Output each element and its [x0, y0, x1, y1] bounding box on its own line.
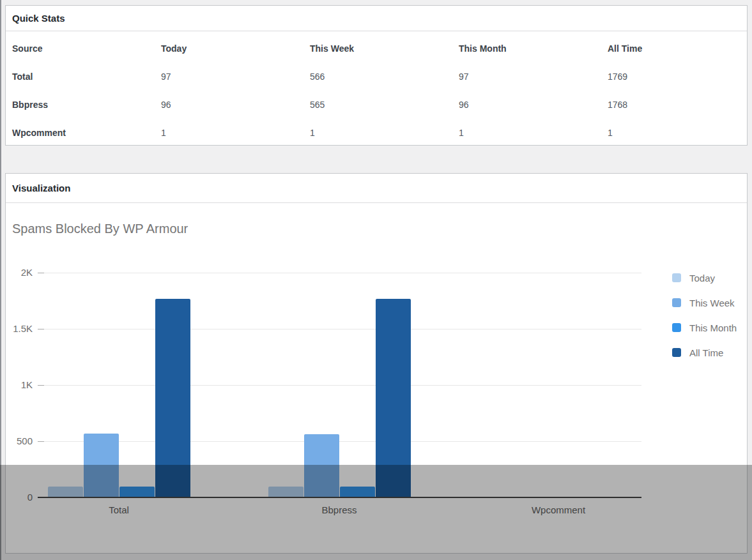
column-header: All Time	[608, 43, 747, 54]
legend-swatch-icon	[672, 348, 681, 357]
table-header-row: SourceTodayThis WeekThis MonthAll Time	[12, 34, 747, 63]
stat-value: 96	[161, 100, 310, 110]
wp-armour-stats-page: Quick Stats SourceTodayThis WeekThis Mon…	[0, 0, 752, 560]
legend-item-all-time[interactable]: All Time	[672, 347, 723, 358]
y-axis-tick-label: 2K	[6, 267, 33, 278]
loading-overlay	[0, 465, 752, 560]
axis-tick	[38, 273, 44, 273]
legend-swatch-icon	[672, 323, 681, 332]
column-header: This Week	[310, 43, 459, 54]
y-axis-tick-label: 1K	[6, 379, 33, 391]
legend-label: All Time	[689, 347, 723, 358]
row-label: Bbpress	[12, 100, 161, 110]
y-axis-tick-label: 500	[6, 435, 33, 447]
gridline	[38, 441, 641, 442]
legend-item-this-month[interactable]: This Month	[672, 322, 737, 333]
visualization-panel-title: Visualization	[6, 174, 747, 203]
table-row: Wpcomment1111	[12, 119, 747, 147]
legend-item-this-week[interactable]: This Week	[672, 297, 735, 308]
column-header: This Month	[459, 43, 608, 54]
y-axis-tick-label: 1.5K	[6, 323, 33, 335]
table-row: Total97566971769	[12, 63, 747, 91]
column-header: Source	[12, 43, 161, 54]
legend-swatch-icon	[672, 273, 681, 282]
gridline	[38, 273, 641, 273]
axis-tick	[38, 385, 44, 386]
stat-value: 1	[459, 128, 608, 138]
stat-value: 97	[161, 72, 310, 82]
legend-item-today[interactable]: Today	[672, 272, 715, 284]
legend-label: This Month	[689, 322, 737, 333]
stat-value: 96	[459, 100, 608, 110]
legend-label: Today	[689, 273, 715, 284]
stat-value: 1769	[608, 72, 747, 82]
stat-value: 1	[310, 128, 459, 138]
table-row: Bbpress96565961768	[12, 91, 747, 119]
axis-tick	[38, 329, 44, 329]
row-label: Wpcomment	[12, 128, 161, 138]
stat-value: 97	[459, 72, 608, 82]
quick-stats-table: SourceTodayThis WeekThis MonthAll TimeTo…	[6, 31, 747, 147]
gridline	[38, 385, 641, 386]
quick-stats-panel-title: Quick Stats	[6, 6, 747, 31]
axis-tick	[38, 441, 44, 442]
chart-title: Spams Blocked By WP Armour	[12, 222, 188, 236]
column-header: Today	[161, 43, 310, 54]
stat-value: 1	[161, 128, 310, 138]
legend-swatch-icon	[672, 298, 681, 307]
gridline	[38, 329, 641, 329]
stat-value: 1768	[608, 100, 747, 110]
stat-value: 1	[608, 128, 747, 138]
quick-stats-panel: Quick Stats SourceTodayThis WeekThis Mon…	[5, 5, 748, 146]
legend-label: This Week	[689, 298, 735, 308]
stat-value: 566	[310, 72, 459, 82]
row-label: Total	[12, 72, 161, 82]
stat-value: 565	[310, 100, 459, 110]
